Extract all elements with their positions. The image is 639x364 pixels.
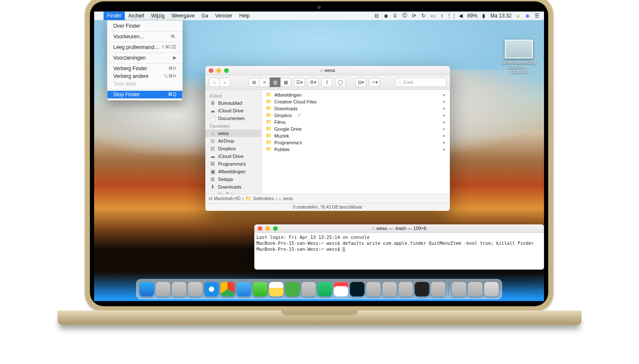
gallery-view-button[interactable]: ▦ <box>280 77 291 87</box>
dock-messages[interactable] <box>253 282 268 296</box>
bluetooth-icon[interactable]: ᚼ <box>439 13 445 19</box>
battery-icon[interactable]: ▮ <box>481 13 487 19</box>
menu-weergave[interactable]: Weergave <box>168 11 198 20</box>
folder-row[interactable]: 📁Downloads▸ <box>262 105 450 112</box>
dock-calendar[interactable] <box>334 282 348 296</box>
back-button[interactable]: ‹ <box>209 77 220 87</box>
menu-archief[interactable]: Archief <box>125 11 147 20</box>
menu-ga[interactable]: Ga <box>198 11 212 20</box>
creative-cloud-icon[interactable]: ◉ <box>383 13 389 19</box>
folder-row[interactable]: 📁Publiek▸ <box>262 146 450 153</box>
wifi-icon[interactable]: ⋮⋮ <box>449 13 455 19</box>
sidebar-item[interactable]: ⊞Setapp <box>205 175 261 183</box>
sidebar-item[interactable]: ⊟Dropbox <box>205 145 261 152</box>
battery-percent[interactable]: 89% <box>467 13 478 19</box>
action-button[interactable]: ⚙▾ <box>308 77 319 87</box>
close-button[interactable] <box>258 226 262 231</box>
tags-button[interactable]: ◯ <box>335 77 346 87</box>
dock-slack[interactable] <box>302 282 316 296</box>
dock-terminal[interactable] <box>415 282 429 296</box>
menu-help[interactable]: Help <box>236 11 253 20</box>
sidebar-item[interactable]: ☁iCloud Drive <box>205 152 261 160</box>
siri-icon[interactable]: ◉ <box>524 13 530 19</box>
icon-view-button[interactable]: ⊞ <box>248 77 259 87</box>
folder-row[interactable]: 📁Dropbox✓▸ <box>262 112 450 119</box>
terminal-content[interactable]: Last login: Fri Apr 13 13:25:14 on conso… <box>254 233 544 269</box>
dock-launchpad[interactable] <box>156 282 170 296</box>
path-seg-0[interactable]: Macintosh HD <box>214 196 241 201</box>
dock-finder[interactable] <box>140 282 154 296</box>
dock-appstore[interactable] <box>188 282 203 296</box>
sidebar-item[interactable]: 🖥Bureaublad <box>205 99 261 107</box>
minimize-button[interactable] <box>216 68 221 73</box>
sidebar-item[interactable]: ▭YouTube <box>205 191 261 194</box>
dock-notes[interactable] <box>269 282 284 296</box>
menu-venster[interactable]: Venster <box>212 11 236 20</box>
notification-center-icon[interactable]: ☰ <box>534 13 540 19</box>
sidebar-item[interactable]: 📄Documenten <box>205 115 261 122</box>
share-button[interactable]: ⇪ <box>321 77 332 87</box>
menu-item[interactable]: Over Finder <box>107 22 182 30</box>
menu-item[interactable]: Verberg andere⌥⌘H <box>107 72 182 80</box>
dropbox-status-icon[interactable]: ⊟ <box>374 13 380 19</box>
dock-itunes[interactable] <box>399 282 413 296</box>
dock-folder[interactable] <box>468 282 483 296</box>
dock-mail[interactable] <box>237 282 251 296</box>
time-machine-icon[interactable]: ↻ <box>420 13 426 19</box>
minimize-button[interactable] <box>265 226 270 231</box>
airplay-icon[interactable]: ▭ <box>430 13 436 19</box>
menu-item[interactable]: Verberg Finder⌘H <box>107 65 182 72</box>
terminal-titlebar[interactable]: ⌂ wess — -bash — 109×6 <box>254 224 544 233</box>
dock-safari[interactable] <box>204 282 219 296</box>
folder-row[interactable]: 📁Muziek▸ <box>262 132 450 139</box>
path-seg-1[interactable]: Gebruikers <box>253 196 274 201</box>
volume-icon[interactable]: ◀ <box>458 13 464 19</box>
arrange-button[interactable]: ☰▾ <box>294 77 305 87</box>
close-button[interactable] <box>209 68 213 73</box>
sidebar-item[interactable]: ⌂wess <box>205 129 261 137</box>
dock-imovie[interactable] <box>383 282 397 296</box>
dock-trash[interactable] <box>484 282 499 296</box>
sidebar-item[interactable]: ▣Afbeeldingen <box>205 168 261 175</box>
desktop-file-screenshot[interactable]: Schermafbeelding 2018-04-… 13.30.15 <box>500 40 538 74</box>
menu-item[interactable]: Voorkeuren…⌘, <box>107 33 182 40</box>
sidebar-item[interactable]: ☁iCloud Drive <box>205 107 261 115</box>
search-field[interactable]: ⌕ Zoek <box>395 77 446 87</box>
dropbox-toolbar-button[interactable]: ⊟▾ <box>355 77 366 87</box>
sidebar-item[interactable]: ⬇Downloads <box>205 183 261 191</box>
spotlight-icon[interactable]: ⌕ <box>515 13 521 19</box>
column-view-button[interactable]: ▥ <box>270 77 281 87</box>
dock-preview[interactable] <box>431 282 446 296</box>
forward-button[interactable]: › <box>219 77 230 87</box>
sidebar-item[interactable]: ◎AirDrop <box>205 137 261 145</box>
dropbox-toolbar-button-2[interactable]: ✧▾ <box>369 77 380 87</box>
folder-row[interactable]: 📁Programma's▸ <box>262 139 450 146</box>
list-view-button[interactable]: ≡ <box>259 77 270 87</box>
status-icon-2[interactable]: Ⓒ <box>402 13 408 19</box>
status-icon[interactable]: ① <box>392 13 398 19</box>
dock-spotify[interactable] <box>318 282 332 296</box>
menu-item[interactable]: Voorzieningen▶ <box>107 54 182 62</box>
zoom-button[interactable] <box>224 68 229 73</box>
folder-row[interactable]: 📁Creative Cloud Files▸ <box>262 98 450 105</box>
dock-dropbox[interactable] <box>452 282 466 296</box>
status-icon-3[interactable]: ⟳ <box>411 13 417 19</box>
dock-siri[interactable] <box>172 282 187 296</box>
menu-item[interactable]: Stop Finder⌘Q <box>107 91 182 98</box>
finder-titlebar[interactable]: ⌂ wess <box>205 66 450 75</box>
folder-row[interactable]: 📁Afbeeldingen▸ <box>262 92 450 98</box>
folder-row[interactable]: 📁Google Drive▸ <box>262 126 450 132</box>
menu-finder[interactable]: Finder <box>104 11 125 20</box>
menu-item[interactable]: Leeg prullenmand…⇧⌘⌫ <box>107 43 182 51</box>
path-seg-2[interactable]: wess <box>283 196 293 201</box>
menu-wijzig[interactable]: Wijzig <box>147 11 168 20</box>
dock-chrome[interactable] <box>221 282 235 296</box>
menubar-clock[interactable]: Ma 13:32 <box>490 13 512 19</box>
finder-pathbar[interactable]: ⛁ Macintosh HD › 📁 Gebruikers › ⌂ wess <box>205 194 450 203</box>
dock-evernote[interactable] <box>285 282 300 296</box>
sidebar-item[interactable]: ⌘Programma's <box>205 160 261 168</box>
dock-premiere[interactable] <box>366 282 381 296</box>
dock-photoshop[interactable] <box>350 282 365 296</box>
zoom-button[interactable] <box>273 226 278 231</box>
folder-row[interactable]: 📁Films▸ <box>262 119 450 126</box>
